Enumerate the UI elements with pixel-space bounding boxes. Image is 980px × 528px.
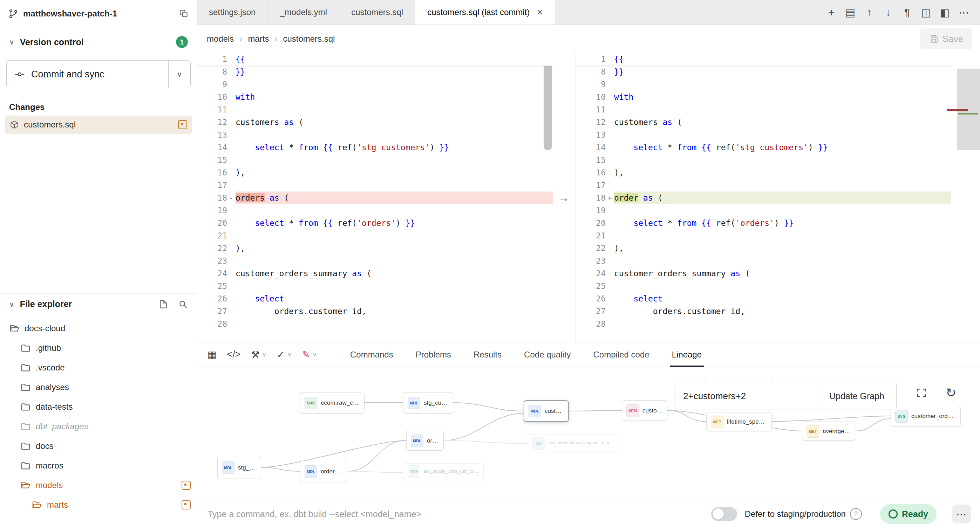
diff-pane-original[interactable]: 1{{8}}910with1112customers as (1314 sele… xyxy=(197,53,553,342)
file-explorer-header[interactable]: ∨ File explorer xyxy=(0,293,197,314)
lineage-node-stg-customers[interactable]: MDLstg_customers xyxy=(403,392,453,414)
code-line-13[interactable]: 13 xyxy=(197,128,553,141)
copy-branch-icon[interactable] xyxy=(180,9,189,18)
command-input[interactable] xyxy=(207,509,611,520)
code-line-21[interactable]: 21 xyxy=(576,229,951,242)
code-line-20[interactable]: 20 select * from {{ ref('orders') }} xyxy=(197,217,553,229)
code-line-19[interactable]: 19 xyxy=(197,204,553,217)
docs-book-icon[interactable]: ◫ xyxy=(918,6,934,19)
tree-item-marts[interactable]: marts xyxy=(0,495,197,515)
code-line-24[interactable]: 24customer_orders_summary as ( xyxy=(576,267,951,280)
lineage-node-customers[interactable]: MDLcustomers xyxy=(523,400,569,422)
editor-layout-icon[interactable]: ▤ xyxy=(843,6,858,19)
lineage-node-order-items[interactable]: MDLorder_items xyxy=(300,461,347,482)
more-options-icon[interactable]: ⋯ xyxy=(956,6,972,19)
code-line-17[interactable]: 17 xyxy=(576,179,951,192)
code-line-23[interactable]: 23 xyxy=(576,255,951,267)
tree-item-docs-cloud[interactable]: docs-cloud xyxy=(0,319,197,338)
code-line-10[interactable]: 10with xyxy=(576,91,951,103)
lineage-node-ecom-raw-customers[interactable]: SRCecom.raw_customers xyxy=(300,392,364,414)
split-editor-icon[interactable]: ◧ xyxy=(937,6,953,19)
lineage-node-customers[interactable]: SEMcustomers xyxy=(622,400,667,421)
code-line-28[interactable]: 28 xyxy=(576,317,951,330)
code-line-26[interactable]: 26 select xyxy=(576,292,951,305)
scroll-down-icon[interactable]: ↓ xyxy=(880,6,896,18)
close-tab-icon[interactable]: × xyxy=(537,7,543,17)
fullscreen-button[interactable] xyxy=(911,383,932,403)
status-more-button[interactable]: ⋯ xyxy=(952,504,971,523)
code-line-15[interactable]: 15 xyxy=(576,154,951,166)
code-line-10[interactable]: 10with xyxy=(197,91,553,103)
code-line-20[interactable]: 20 select * from {{ ref('orders') }} xyxy=(576,217,951,229)
code-line-14[interactable]: 14 select * from {{ ref('stg_customers')… xyxy=(197,141,553,154)
build-options-icon[interactable]: ⚒∨ xyxy=(251,349,266,360)
tree-item-vscode[interactable]: .vscode xyxy=(0,358,197,377)
code-line-11[interactable]: 11 xyxy=(197,103,553,116)
code-line-18[interactable]: 18-orders as ( xyxy=(197,192,553,204)
code-line-17[interactable]: 17 xyxy=(197,179,553,192)
tree-item-models[interactable]: models xyxy=(0,476,197,495)
tree-item-analyses[interactable]: analyses xyxy=(0,377,197,397)
commit-and-sync-button[interactable]: Commit and sync ∨ xyxy=(6,60,191,88)
new-file-icon[interactable] xyxy=(158,300,168,309)
tree-item-github[interactable]: .github xyxy=(0,338,197,358)
breadcrumb-item-marts[interactable]: marts xyxy=(248,34,269,44)
code-line-9[interactable]: 9 xyxy=(197,78,553,91)
code-line-25[interactable]: 25 xyxy=(197,280,553,292)
code-line-28[interactable]: 28 xyxy=(197,317,553,330)
lineage-canvas[interactable]: Update Graph ↻ SRCecom.raw_customersMDLs… xyxy=(197,367,980,499)
code-line-22[interactable]: 22), xyxy=(576,242,951,255)
update-graph-button[interactable]: Update Graph xyxy=(817,383,896,409)
tab-customers-sql[interactable]: customers.sql xyxy=(339,0,415,24)
help-icon[interactable]: ? xyxy=(850,508,862,520)
code-line-11[interactable]: 11 xyxy=(576,103,951,116)
new-tab-icon[interactable]: ＋ xyxy=(824,5,839,20)
save-button[interactable]: Save xyxy=(920,29,972,49)
code-line-15[interactable]: 15 xyxy=(197,154,553,166)
lint-fix-icon[interactable]: ✎∨ xyxy=(302,349,317,360)
lineage-node-orders[interactable]: MDLorders xyxy=(406,431,444,450)
search-icon[interactable] xyxy=(178,300,188,309)
tab-settings-json[interactable]: settings.json xyxy=(197,0,268,24)
lineage-node-test-supply-costs-sum-correctly[interactable]: TSTtest_supply_costs_sum_correctly xyxy=(403,463,484,480)
code-line-25[interactable]: 25 xyxy=(576,280,951,292)
panel-tab-code-quality[interactable]: Code quality xyxy=(524,342,571,366)
commit-options-dropdown[interactable]: ∨ xyxy=(168,60,190,88)
code-line-27[interactable]: 27 orders.customer_id, xyxy=(197,305,553,317)
code-line-26[interactable]: 26 select xyxy=(197,292,553,305)
panel-tab-results[interactable]: Results xyxy=(474,342,501,366)
lineage-node-stg-orders[interactable]: MDLstg_orders xyxy=(217,457,261,478)
lineage-node-test-order-items-compute-to-bools-correctly[interactable]: TSTtest_order_items_compute_to_bools_cor… xyxy=(528,434,618,452)
code-line-18[interactable]: 18+order as ( xyxy=(576,192,951,204)
code-line-16[interactable]: 16), xyxy=(197,166,553,179)
code-line-19[interactable]: 19 xyxy=(576,204,951,217)
tab-models-yml[interactable]: _models.yml xyxy=(268,0,339,24)
revert-change-arrow-icon[interactable]: → xyxy=(558,192,569,204)
breadcrumb-item-customers-sql[interactable]: customers.sql xyxy=(283,34,335,44)
panel-tab-problems[interactable]: Problems xyxy=(416,342,451,366)
format-options-icon[interactable]: ✓∨ xyxy=(277,349,292,360)
code-line-9[interactable]: 9 xyxy=(576,78,951,91)
lineage-node-average-order-value[interactable]: METaverage_order_value xyxy=(802,422,855,441)
breadcrumb-item-models[interactable]: models xyxy=(207,34,234,44)
lineage-node-customer-order-metrics[interactable]: SVGcustomer_order_metrics xyxy=(891,406,961,427)
status-ready-badge[interactable]: Ready xyxy=(880,504,937,524)
panel-tab-commands[interactable]: Commands xyxy=(350,342,393,366)
code-editor-icon[interactable]: </> xyxy=(227,349,241,360)
code-line-27[interactable]: 27 orders.customer_id, xyxy=(576,305,951,317)
code-line-22[interactable]: 22), xyxy=(197,242,553,255)
diff-overview-ruler[interactable] xyxy=(951,53,980,342)
tree-item-docs[interactable]: docs xyxy=(0,436,197,456)
defer-toggle[interactable] xyxy=(711,507,737,521)
diff-pane-modified[interactable]: 1{{8}}910with1112customers as (1314 sele… xyxy=(575,53,951,342)
code-line-8[interactable]: 8}} xyxy=(197,65,553,78)
tree-item-data-tests[interactable]: data-tests xyxy=(0,397,197,417)
code-line-24[interactable]: 24customer_orders_summary as ( xyxy=(197,267,553,280)
tab-customers-sql-last-commit[interactable]: customers.sql (last commit)× xyxy=(415,0,555,24)
panel-tab-lineage[interactable]: Lineage xyxy=(672,342,702,366)
code-line-16[interactable]: 16), xyxy=(576,166,951,179)
code-line-13[interactable]: 13 xyxy=(576,128,951,141)
code-line-21[interactable]: 21 xyxy=(197,229,553,242)
code-line-14[interactable]: 14 select * from {{ ref('stg_customers')… xyxy=(576,141,951,154)
code-line-8[interactable]: 8}} xyxy=(576,65,951,78)
